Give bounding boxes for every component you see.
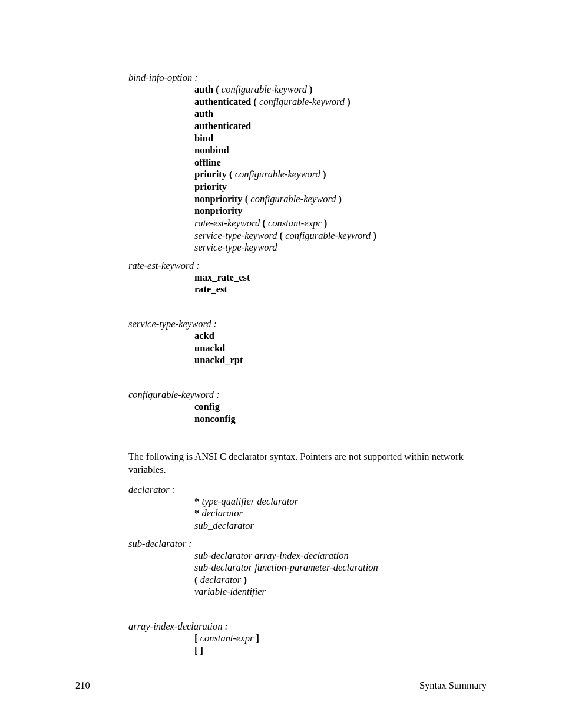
nonterminal-token: configurable-keyword [250,193,336,205]
alt-list-declarator: * type-qualifier declarator* declarators… [194,496,487,532]
keyword-token: max_rate_est [194,272,250,283]
syntax-alternative: unackd_rpt [194,354,487,367]
syntax-alternative: variable-identifier [194,586,487,598]
alt-list-rate-est-keyword: max_rate_estrate_est [194,272,487,296]
syntax-alternative: * type-qualifier declarator [194,496,487,508]
keyword-token: offline [194,157,221,168]
keyword-token: ] [256,633,259,644]
page-number: 210 [75,680,90,691]
rule-head-bind-info-option: bind-info-option : [128,72,487,84]
rule-head-array-index-declaration: array-index-declaration : [128,621,487,633]
nonterminal-token: declarator [200,574,242,585]
page: bind-info-option : auth ( configurable-k… [0,0,562,728]
syntax-alternative: ( declarator ) [194,574,487,587]
nonterminal-token: configurable-keyword [285,230,371,241]
nonterminal-token: array-index-declaration [254,550,348,561]
nonterminal-token: constant-expr [200,633,254,644]
nonterminal-token: function-parameter-declaration [254,562,378,573]
keyword-token: auth ( [194,84,219,95]
syntax-alternative: authenticated ( configurable-keyword ) [194,96,487,108]
keyword-token: rate_est [194,284,227,295]
content-area: bind-info-option : auth ( configurable-k… [128,72,487,425]
keyword-token: unackd [194,342,225,354]
keyword-token: ) [347,96,351,107]
keyword-token: ( [262,218,266,229]
nonterminal-token: sub-declarator [194,550,252,561]
keyword-token: ) [373,230,376,241]
syntax-alternative: nonpriority ( configurable-keyword ) [194,193,487,206]
keyword-token: unackd_rpt [194,354,243,365]
nonterminal-token: declarator [201,508,243,519]
syntax-alternative: [ constant-expr ] [194,633,487,645]
nonterminal-token: service-type-keyword [194,242,277,253]
rule-head-sub-declarator: sub-declarator : [128,538,487,550]
syntax-alternative: authenticated [194,120,487,133]
keyword-token: ) [323,169,326,180]
syntax-alternative: service-type-keyword [194,242,487,254]
nonterminal-token: sub-declarator [194,562,252,573]
syntax-alternative: * declarator [194,508,487,520]
rule-head-declarator: declarator : [128,484,487,496]
alt-list-configurable-keyword: confignonconfig [194,401,487,425]
keyword-token: [ ] [194,645,203,656]
content-area-2: The following is ANSI C declarator synta… [128,450,487,657]
section-divider [75,436,487,436]
syntax-alternative: nonbind [194,144,487,157]
syntax-alternative: unackd [194,342,487,355]
syntax-alternative: priority ( configurable-keyword ) [194,169,487,181]
keyword-token: nonpriority ( [194,193,248,205]
syntax-alternative: config [194,401,487,413]
keyword-token: ( [280,230,283,241]
syntax-alternative: offline [194,157,487,169]
syntax-alternative: nonconfig [194,413,487,426]
keyword-token: config [194,401,220,412]
intro-paragraph: The following is ANSI C declarator synta… [128,450,487,477]
nonterminal-token: constant-expr [268,218,322,229]
nonterminal-token: sub_declarator [194,520,254,531]
keyword-token: * [194,496,199,507]
keyword-token: ( [194,574,198,585]
syntax-alternative: auth [194,108,487,120]
alt-list-sub-declarator: sub-declarator array-index-declarationsu… [194,550,487,599]
nonterminal-token: rate-est-keyword [194,218,260,229]
syntax-alternative: sub-declarator array-index-declaration [194,550,487,562]
keyword-token: ) [339,193,342,205]
syntax-alternative: priority [194,181,487,193]
keyword-token: * [194,508,199,519]
nonterminal-token: variable-identifier [194,586,266,597]
nonterminal-token: configurable-keyword [259,96,345,107]
rule-head-service-type-keyword: service-type-keyword : [128,318,487,330]
syntax-alternative: rate-est-keyword ( constant-expr ) [194,218,487,230]
keyword-token: nonpriority [194,205,243,216]
nonterminal-token: declarator [257,496,298,507]
alt-list-bind-info-option: auth ( configurable-keyword )authenticat… [194,84,487,254]
rule-head-configurable-keyword: configurable-keyword : [128,389,487,401]
keyword-token: priority [194,181,227,192]
alt-list-service-type-keyword: ackdunackdunackd_rpt [194,330,487,367]
alt-list-array-index-declaration: [ constant-expr ][ ] [194,633,487,657]
syntax-alternative: rate_est [194,284,487,296]
keyword-token: ) [243,574,247,585]
syntax-alternative: auth ( configurable-keyword ) [194,84,487,96]
rule-head-rate-est-keyword: rate-est-keyword : [128,260,487,272]
nonterminal-token: type-qualifier [201,496,254,507]
syntax-alternative: [ ] [194,645,487,657]
syntax-alternative: service-type-keyword ( configurable-keyw… [194,230,487,242]
keyword-token: nonbind [194,144,229,156]
keyword-token: bind [194,133,213,144]
keyword-token: priority ( [194,169,233,180]
keyword-token: ackd [194,330,214,341]
footer-title: Syntax Summary [419,680,487,691]
syntax-alternative: nonpriority [194,205,487,218]
keyword-token: authenticated ( [194,96,257,107]
keyword-token: ) [324,218,328,229]
syntax-alternative: sub-declarator function-parameter-declar… [194,562,487,574]
syntax-alternative: ackd [194,330,487,342]
page-footer: 210 Syntax Summary [75,680,487,691]
keyword-token: nonconfig [194,413,236,424]
nonterminal-token: configurable-keyword [222,84,307,95]
nonterminal-token: configurable-keyword [235,169,320,180]
syntax-alternative: bind [194,133,487,145]
syntax-alternative: max_rate_est [194,272,487,284]
keyword-token: ) [309,84,313,95]
